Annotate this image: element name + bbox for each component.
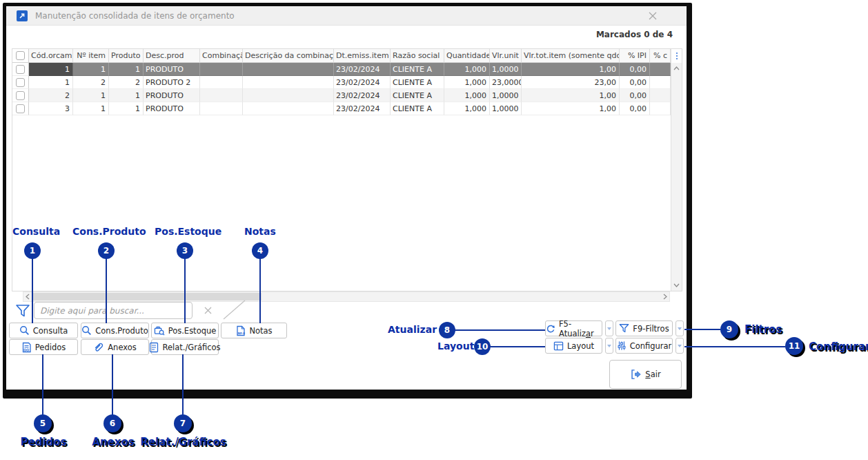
- vertical-scrollbar[interactable]: [671, 49, 682, 291]
- column-header[interactable]: Desc.prod: [144, 49, 200, 63]
- f9-filtros-dropdown[interactable]: [675, 320, 684, 336]
- row-checkbox[interactable]: [16, 104, 25, 113]
- search-input[interactable]: [34, 302, 193, 319]
- column-header[interactable]: Cód.orcam: [29, 49, 73, 63]
- f5-atualizar-dropdown[interactable]: [605, 320, 613, 336]
- marked-count-label: Marcados 0 de 4: [596, 30, 673, 39]
- table-cell: 1: [73, 102, 109, 115]
- annotation-line-3: [184, 258, 186, 323]
- row-checkbox-cell[interactable]: [12, 102, 29, 115]
- scroll-down-icon[interactable]: [671, 280, 682, 291]
- annotation-circle-9: 9: [720, 320, 738, 338]
- layout-button[interactable]: Layout: [545, 338, 602, 354]
- annotation-line-5: [42, 354, 43, 416]
- column-header[interactable]: % c: [650, 49, 671, 63]
- column-header[interactable]: % IPI: [620, 49, 650, 63]
- table-cell: 1: [29, 63, 73, 76]
- report-document-icon: [149, 342, 159, 353]
- annotation-label-layout: Layout: [437, 341, 474, 352]
- pedidos-button[interactable]: Pedidos: [9, 339, 78, 355]
- table-body: 111PRODUTO23/02/2024CLIENTE A1,0001,0000…: [12, 63, 671, 115]
- table-row[interactable]: 211PRODUTO23/02/2024CLIENTE A1,0001,0000…: [12, 89, 671, 102]
- row-checkbox-cell[interactable]: [12, 89, 29, 102]
- window-title: Manutenção consolidada de itens de orçam…: [35, 11, 235, 21]
- table-cell: 1,000: [444, 102, 490, 115]
- column-header[interactable]: Vlr.unit: [490, 49, 522, 63]
- table-cell: CLIENTE A: [391, 89, 444, 102]
- column-header[interactable]: Nº item: [73, 49, 109, 63]
- layout-icon: [553, 341, 564, 351]
- table-cell: 1: [109, 89, 144, 102]
- close-icon[interactable]: [645, 8, 660, 23]
- select-all-cell[interactable]: [12, 49, 29, 63]
- order-document-icon: [21, 342, 32, 353]
- table-cell: 23/02/2024: [334, 89, 391, 102]
- pos-estoque-button[interactable]: Pos.Estoque: [151, 323, 219, 338]
- table-cell: 1,000: [444, 76, 490, 89]
- relat-graficos-button[interactable]: Relat./Gráficos: [151, 339, 219, 355]
- filter-funnel-icon[interactable]: [15, 303, 30, 321]
- annotation-line-6: [112, 354, 113, 416]
- anexos-button[interactable]: Anexos: [81, 339, 149, 355]
- annotation-label-pos-estoque: Pos.Estoque: [155, 226, 221, 237]
- configurar-button[interactable]: Configurar: [615, 338, 673, 354]
- column-header[interactable]: Combinação: [200, 49, 243, 63]
- paperclip-icon: [93, 342, 104, 353]
- column-header[interactable]: Descrição da combinação: [243, 49, 334, 63]
- row-checkbox[interactable]: [16, 78, 25, 87]
- table-cell: [650, 89, 671, 102]
- table-cell: 1,0000: [490, 89, 522, 102]
- table-row[interactable]: 111PRODUTO23/02/2024CLIENTE A1,0001,0000…: [12, 63, 671, 76]
- column-header[interactable]: Produto: [109, 49, 144, 63]
- annotation-circle-8: 8: [439, 322, 455, 338]
- row-checkbox-cell[interactable]: [12, 76, 29, 89]
- horizontal-scrollbar[interactable]: [23, 291, 670, 302]
- title-bar: Manutenção consolidada de itens de orçam…: [6, 6, 687, 26]
- f9-filtros-button[interactable]: F9-Filtros: [615, 320, 673, 336]
- annotation-line-10: [491, 346, 545, 347]
- table-cell: PRODUTO: [144, 102, 200, 115]
- notas-label: Notas: [249, 326, 272, 336]
- sair-button[interactable]: Sair: [609, 360, 682, 389]
- annotation-circle-11: 11: [785, 337, 803, 355]
- configurar-dropdown[interactable]: [675, 338, 684, 354]
- f5-atualizar-button[interactable]: F5-Atualizar: [545, 320, 602, 336]
- column-header[interactable]: Razão social: [391, 49, 444, 63]
- scroll-up-icon[interactable]: [671, 63, 682, 74]
- table-cell: 23/02/2024: [334, 76, 391, 89]
- magnifier-icon: [19, 325, 30, 336]
- table-row[interactable]: 311PRODUTO23/02/2024CLIENTE A1,0001,0000…: [12, 102, 671, 115]
- annotation-label-cons-produto: Cons.Produto: [72, 226, 146, 237]
- column-header[interactable]: Quantidade: [444, 49, 490, 63]
- cons-produto-button[interactable]: Cons.Produto: [81, 323, 149, 338]
- table-cell: 23,0000: [490, 76, 522, 89]
- clear-search-icon[interactable]: [201, 304, 214, 316]
- column-header[interactable]: Vlr.tot.item (somente qdo: [522, 49, 620, 63]
- table-row[interactable]: 122PRODUTO 223/02/2024CLIENTE A1,00023,0…: [12, 76, 671, 89]
- table-cell: 3: [29, 102, 73, 115]
- annotation-line-7: [182, 354, 184, 416]
- annotation-label-notas: Notas: [244, 226, 276, 237]
- annotation-line-1: [32, 258, 33, 323]
- layout-dropdown[interactable]: [605, 338, 613, 354]
- column-options-icon[interactable]: [671, 49, 682, 63]
- annotation-line-2: [106, 258, 107, 323]
- table-cell: [650, 76, 671, 89]
- consulta-button[interactable]: Consulta: [9, 323, 78, 338]
- scroll-left-icon[interactable]: [23, 292, 32, 301]
- table-cell: 23,00: [522, 76, 620, 89]
- configurar-label: Configurar: [630, 341, 672, 351]
- annotation-circle-2: 2: [98, 242, 115, 259]
- row-checkbox-cell[interactable]: [12, 63, 29, 76]
- row-checkbox[interactable]: [16, 65, 25, 74]
- table-cell: [243, 102, 334, 115]
- notas-button[interactable]: NF-E Notas: [221, 323, 287, 338]
- column-header[interactable]: Dt.emiss.item: [334, 49, 391, 63]
- scroll-right-icon[interactable]: [661, 292, 669, 301]
- table-cell: 1,00: [522, 63, 620, 76]
- annotation-line-8: [455, 329, 545, 331]
- table-cell: [200, 102, 243, 115]
- row-checkbox[interactable]: [16, 91, 25, 100]
- table-cell: 2: [29, 89, 73, 102]
- select-all-checkbox[interactable]: [16, 51, 25, 60]
